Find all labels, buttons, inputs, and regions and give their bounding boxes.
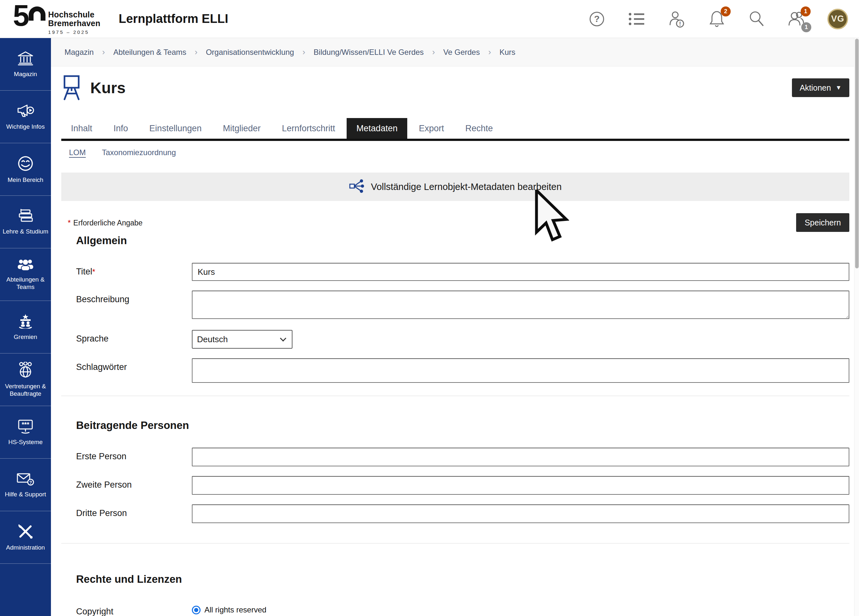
globe-people-icon <box>17 362 34 379</box>
scrollbar-thumb[interactable] <box>855 39 859 268</box>
dritte-person-input[interactable] <box>192 504 849 523</box>
subtab-taxonomiezuordnung[interactable]: Taxonomiezuordnung <box>102 148 176 157</box>
sidebar-item-label: Lehre & Studium <box>3 228 48 235</box>
list-icon[interactable] <box>628 10 646 28</box>
app-title: Lernplattform ELLI <box>119 12 228 26</box>
logo-line2: Bremerhaven <box>48 19 100 28</box>
chevron-right-icon: › <box>195 47 198 57</box>
speichern-button[interactable]: Speichern <box>796 213 849 232</box>
section-heading-rechte: Rechte und Lizenzen <box>76 573 849 585</box>
contacts-badge-top: 1 <box>801 6 811 16</box>
sidebar-item-mein-bereich[interactable]: Mein Bereich <box>0 143 51 196</box>
mail-help-icon: ? <box>17 472 34 487</box>
tab-einstellungen[interactable]: Einstellungen <box>140 118 211 139</box>
svg-text:***: *** <box>22 421 29 428</box>
contacts-icon[interactable]: 1 1 <box>787 10 806 28</box>
sidebar-item-magazin[interactable]: Magazin <box>0 38 51 91</box>
sidebar-filler <box>0 564 51 616</box>
sidebar-item-label: Vertretungen & Beauftragte <box>1 383 50 397</box>
required-asterisk: * <box>68 218 70 227</box>
chevron-right-icon: › <box>102 47 105 57</box>
erste-person-input[interactable] <box>192 448 849 466</box>
sprache-label: Sprache <box>61 330 192 349</box>
contacts-badge-bottom: 1 <box>801 22 811 32</box>
banner-label: Vollständige Lernobjekt-Metadaten bearbe… <box>371 181 562 192</box>
sidebar-item-label: Magazin <box>14 70 37 78</box>
beschreibung-textarea[interactable] <box>192 291 849 319</box>
tab-metadaten[interactable]: Metadaten <box>347 118 407 139</box>
schlagwoerter-input[interactable] <box>192 358 849 383</box>
sidebar-item-label: Wichtige Infos <box>6 123 44 130</box>
bell-icon[interactable]: 2 <box>708 10 726 28</box>
avatar[interactable]: VG <box>828 9 848 29</box>
help-icon[interactable]: ? <box>587 10 606 28</box>
beschreibung-label: Beschreibung <box>61 291 192 320</box>
section-heading-allgemein: Allgemein <box>76 235 849 247</box>
aktionen-button[interactable]: Aktionen ▼ <box>792 78 849 97</box>
main-sidebar: Magazin Wichtige Infos Mein Be <box>0 38 51 616</box>
titel-label: Titel* <box>61 263 192 281</box>
logo-arch <box>29 6 45 20</box>
titel-input[interactable] <box>192 263 849 281</box>
top-header: 5 Hochschule Bremerhaven 1975 – 2025 Ler… <box>0 0 859 38</box>
tab-inhalt[interactable]: Inhalt <box>61 118 102 139</box>
sprache-select[interactable]: Deutsch <box>192 330 292 349</box>
caret-down-icon: ▼ <box>836 84 842 91</box>
svg-text:!: ! <box>679 20 681 27</box>
sidebar-item-label: Mein Bereich <box>8 176 44 183</box>
required-note: *Erforderliche Angabe <box>68 218 142 227</box>
required-asterisk: * <box>92 267 95 276</box>
hochschule-bremerhaven-logo: 5 Hochschule Bremerhaven 1975 – 2025 <box>13 3 109 35</box>
chevron-down-icon <box>280 335 286 342</box>
sidebar-item-label: HS-Systeme <box>8 438 43 446</box>
svg-text:?: ? <box>594 14 600 24</box>
search-icon[interactable] <box>747 10 766 28</box>
subtab-bar: LOM Taxonomiezuordnung <box>61 148 849 157</box>
tab-lernfortschritt[interactable]: Lernfortschritt <box>272 118 345 139</box>
sidebar-item-wichtige-infos[interactable]: Wichtige Infos <box>0 91 51 143</box>
sidebar-item-label: Hilfe & Support <box>5 491 46 498</box>
metadata-share-icon <box>349 178 364 195</box>
sidebar-item-administration[interactable]: Administration <box>0 511 51 564</box>
sidebar-item-vertretungen-beauftragte[interactable]: Vertretungen & Beauftragte <box>0 353 51 406</box>
breadcrumb-item[interactable]: Magazin <box>64 48 94 57</box>
tab-mitglieder[interactable]: Mitglieder <box>213 118 270 139</box>
notification-badge: 2 <box>721 6 731 16</box>
chevron-right-icon: › <box>432 47 435 57</box>
section-heading-personen: Beitragende Personen <box>76 419 849 432</box>
zweite-person-input[interactable] <box>192 476 849 495</box>
tab-rechte[interactable]: Rechte <box>456 118 503 139</box>
copyright-label: Copyright <box>61 603 192 616</box>
breadcrumb: Magazin › Abteilungen & Teams › Organisa… <box>51 38 859 66</box>
logo-years: 1975 – 2025 <box>48 29 100 35</box>
breadcrumb-item[interactable]: Abteilungen & Teams <box>113 48 186 57</box>
course-board-icon <box>61 73 82 102</box>
sidebar-item-abteilungen-teams[interactable]: Abteilungen & Teams <box>0 249 51 301</box>
sidebar-item-label: Administration <box>6 544 45 551</box>
tab-export[interactable]: Export <box>409 118 454 139</box>
page-title: Kurs <box>90 79 125 97</box>
edit-full-metadata-link[interactable]: Vollständige Lernobjekt-Metadaten bearbe… <box>61 172 849 201</box>
subtab-lom[interactable]: LOM <box>69 148 86 157</box>
bank-icon <box>17 51 34 67</box>
chevron-right-icon: › <box>303 47 305 57</box>
sidebar-item-lehre-studium[interactable]: Lehre & Studium <box>0 196 51 249</box>
sidebar-item-hs-systeme[interactable]: *** HS-Systeme <box>0 406 51 459</box>
breadcrumb-item[interactable]: Kurs <box>500 48 515 57</box>
user-alert-icon[interactable]: ! <box>667 10 686 28</box>
schlagwoerter-label: Schlagwörter <box>61 358 192 383</box>
sidebar-item-gremien[interactable]: Gremien <box>0 301 51 353</box>
tools-icon <box>17 524 34 541</box>
smiley-icon <box>17 155 34 173</box>
team-icon <box>17 258 34 272</box>
tab-info[interactable]: Info <box>104 118 138 139</box>
sidebar-item-hilfe-support[interactable]: ? Hilfe & Support <box>0 459 51 511</box>
erste-person-label: Erste Person <box>61 448 192 466</box>
breadcrumb-item[interactable]: Bildung/Wissen/ELLI Ve Gerdes <box>314 48 424 57</box>
logo-line1: Hochschule <box>48 10 100 19</box>
monitor-icon: *** <box>17 419 34 435</box>
dritte-person-label: Dritte Person <box>61 504 192 523</box>
breadcrumb-item[interactable]: Organisationsentwicklung <box>206 48 294 57</box>
copyright-radio[interactable] <box>192 606 201 614</box>
breadcrumb-item[interactable]: Ve Gerdes <box>444 48 480 57</box>
